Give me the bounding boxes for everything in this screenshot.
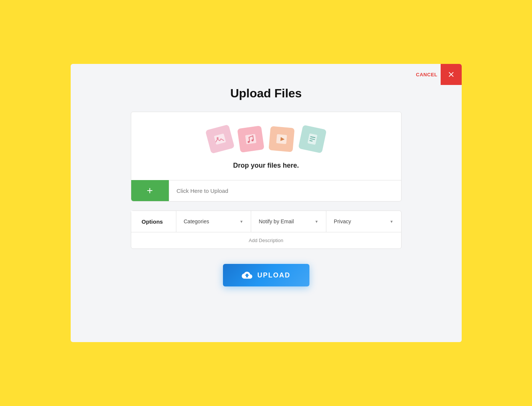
categories-dropdown[interactable]: Categories ▼	[176, 211, 252, 232]
upload-input-row: +	[131, 180, 401, 201]
add-files-button[interactable]: +	[131, 180, 169, 201]
privacy-arrow-icon: ▼	[390, 220, 394, 224]
options-top-row: Options Categories ▼ Notify by Email ▼ P…	[131, 211, 401, 232]
categories-label: Categories	[184, 218, 209, 224]
notify-email-dropdown[interactable]: Notify by Email ▼	[251, 211, 326, 232]
upload-btn-label: UPLOAD	[258, 271, 291, 279]
upload-zone[interactable]: Drop your files here. +	[131, 112, 402, 201]
upload-modal: Upload Files CANCEL Upload Files	[71, 64, 462, 342]
image-file-icon	[205, 124, 234, 154]
svg-rect-0	[214, 133, 226, 145]
privacy-dropdown[interactable]: Privacy ▼	[326, 211, 401, 232]
privacy-label: Privacy	[334, 218, 351, 224]
notify-email-arrow-icon: ▼	[315, 220, 318, 224]
page-title: Upload Files	[230, 86, 302, 100]
options-bottom-row: Add Description	[131, 232, 401, 248]
close-button[interactable]	[441, 64, 462, 85]
options-label: Options	[131, 211, 176, 232]
upload-button[interactable]: UPLOAD	[223, 264, 309, 286]
drop-text: Drop your files here.	[233, 162, 299, 170]
document-file-icon	[298, 125, 327, 153]
add-description-link[interactable]: Add Description	[249, 238, 283, 243]
categories-arrow-icon: ▼	[239, 220, 243, 224]
video-file-icon	[268, 126, 294, 152]
svg-rect-2	[245, 134, 256, 144]
file-icons-row	[208, 127, 324, 151]
cancel-label[interactable]: CANCEL	[416, 72, 440, 77]
cloud-upload-icon	[242, 270, 252, 280]
upload-file-input[interactable]	[169, 180, 401, 201]
options-bar: Options Categories ▼ Notify by Email ▼ P…	[131, 211, 402, 249]
close-icon	[447, 70, 455, 79]
cancel-area: CANCEL	[416, 64, 461, 85]
music-file-icon	[237, 126, 264, 153]
notify-email-label: Notify by Email	[259, 218, 294, 224]
